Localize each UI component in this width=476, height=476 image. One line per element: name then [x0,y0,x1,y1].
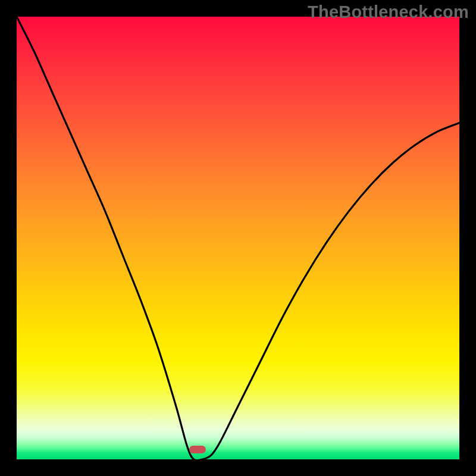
watermark-text: TheBottleneck.com [308,2,469,22]
bottleneck-curve [17,17,459,459]
plot-area [17,17,459,459]
chart-frame: TheBottleneck.com [0,0,476,476]
optimal-marker [189,446,206,453]
